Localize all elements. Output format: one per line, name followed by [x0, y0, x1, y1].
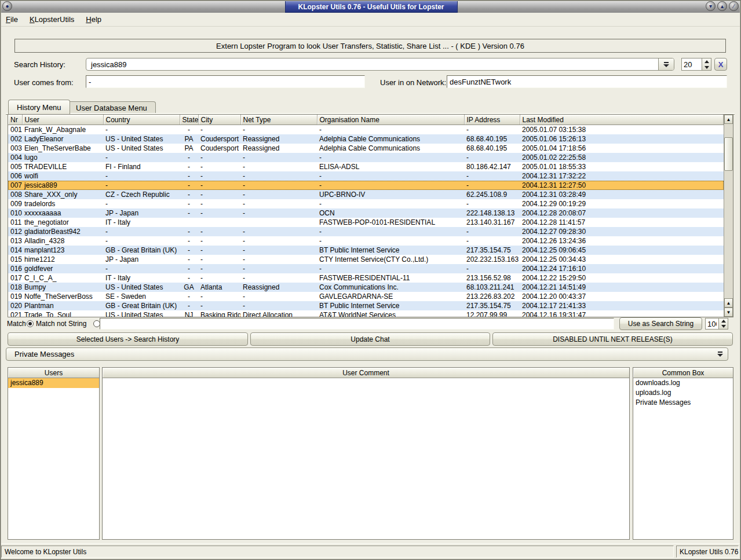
scroll-up-icon: ▲ [727, 117, 731, 122]
maximize-icon: ▴ [721, 3, 724, 9]
users-panel: Users jessica889 [8, 367, 100, 540]
column-header-net-type[interactable]: Net Type [240, 115, 317, 125]
use-as-search-string-button[interactable]: Use as Search String [619, 317, 702, 330]
table-row[interactable]: 012gladiatorBeast942------2004.12.27 09:… [8, 227, 724, 236]
scroll-up-button-bottom[interactable]: ▲ [724, 298, 733, 308]
network-label: User in on Network: [380, 78, 446, 87]
users-list: jessica889 [8, 378, 99, 388]
table-row[interactable]: 013Alladin_4328------2004.12.26 13:24:36 [8, 236, 724, 246]
scrollbar-thumb[interactable] [724, 137, 733, 171]
scroll-up-button[interactable]: ▲ [724, 115, 733, 124]
column-header-city[interactable]: City [198, 115, 240, 125]
column-header-state[interactable]: State [180, 115, 198, 125]
table-row[interactable]: 019Noffe_TheServerBossSE - Sweden---GAVL… [8, 292, 724, 301]
maximize-button[interactable]: ▴ [717, 1, 727, 11]
scroll-up-icon: ▲ [727, 301, 731, 306]
search-history-combo[interactable]: jessica889 [86, 58, 674, 71]
spin-down-icon [721, 325, 726, 328]
column-header-ip-address[interactable]: IP Address [464, 115, 520, 125]
chevron-down-icon [663, 62, 669, 67]
table-row[interactable]: 014manplant123GB - Great Britain (UK)---… [8, 246, 724, 255]
status-app-panel: KLopster Utils 0.76 [676, 546, 739, 558]
menu-item-klopsterutils[interactable]: KLopsterUtils [28, 14, 80, 25]
minimize-button[interactable]: ▾ [706, 1, 716, 11]
column-header-country[interactable]: Country [103, 115, 180, 125]
common-box-list: downloads.loguploads.logPrivate Messages [633, 378, 733, 408]
common-box-item[interactable]: Private Messages [633, 398, 733, 408]
update-chat-button[interactable]: Update Chat [250, 332, 490, 346]
table-row[interactable]: 002LadyEleanorUS - United StatesPACouder… [8, 134, 724, 144]
private-messages-combo[interactable]: Private Messages [6, 347, 728, 361]
status-app-label: KLopster Utils 0.76 [680, 548, 738, 556]
network-input[interactable] [447, 76, 727, 87]
table-row[interactable]: 003Elen_TheServerBabeUS - United StatesP… [8, 144, 724, 153]
window-title: KLopster Utils 0.76 - Useful Utils for L… [285, 1, 458, 13]
column-header-organisation-name[interactable]: Organisation Name [317, 115, 464, 125]
user-comment-panel: User Comment [102, 367, 630, 540]
common-box-header: Common Box [633, 368, 733, 378]
table-row[interactable]: 009tradelords------2004.12.29 00:19:29 [8, 199, 724, 208]
table-scrollbar[interactable]: ▲ ▲ ▼ [724, 115, 733, 317]
table-row[interactable]: 016goldfever------2004.12.24 17:16:10 [8, 264, 724, 273]
menu-item-file[interactable]: File [5, 14, 24, 25]
spin-down-button[interactable] [719, 324, 728, 329]
table-row[interactable]: 011the_negotiatorIT - ItalyFASTWEB-POP-0… [8, 218, 724, 227]
table-row[interactable]: 015hime1212JP - Japan---CTY Internet Ser… [8, 255, 724, 264]
titlebar: ● KLopster Utils 0.76 - Useful Utils for… [0, 0, 741, 13]
table-row[interactable]: 001Frank_W_Abagnale------2005.01.07 03:1… [8, 125, 724, 135]
match-radio[interactable] [27, 320, 34, 327]
disabled-button[interactable]: DISABLED UNTIL NEXT RELEASE(S) [492, 332, 733, 346]
spin-down-button[interactable] [702, 64, 711, 70]
close-button[interactable]: ∕ [729, 1, 739, 11]
column-header-last-modified[interactable]: Last Modified [520, 115, 724, 125]
spin-down-icon [705, 66, 709, 69]
network-field[interactable] [447, 75, 727, 88]
user-comes-from-field[interactable] [86, 75, 365, 88]
history-table: NrUserCountryStateCityNet TypeOrganisati… [8, 114, 733, 317]
search-history-value: jessica889 [86, 60, 658, 69]
search-history-dropdown-button[interactable] [658, 58, 674, 70]
table-row[interactable]: 017C_I_C_A_IT - Italy---FASTWEB-RESIDENT… [8, 273, 724, 283]
match-count-input[interactable] [706, 319, 718, 329]
spin-up-button[interactable] [702, 58, 711, 64]
table-row[interactable]: 004lugo------2005.01.02 22:25:58 [8, 153, 724, 162]
match-count-spinner[interactable] [705, 318, 728, 330]
menubar: FileKLopsterUtilsHelp [0, 13, 741, 27]
table-row[interactable]: 007jessica889------2004.12.31 12:27:50 [8, 181, 724, 190]
column-header-user[interactable]: User [22, 115, 103, 125]
match-string-field[interactable] [100, 318, 614, 330]
selected-users-to-search-history-button[interactable]: Selected Users -> Search History [8, 332, 248, 346]
table-row[interactable]: 006wolfi------2004.12.31 17:32:22 [8, 171, 724, 181]
column-header-nr[interactable]: Nr [8, 115, 22, 125]
tab-history-menu[interactable]: History Menu [8, 100, 70, 114]
match-string-input[interactable] [100, 319, 614, 330]
user-comment-header: User Comment [103, 368, 629, 378]
private-messages-value: Private Messages [6, 350, 713, 358]
common-box-panel: Common Box downloads.loguploads.logPriva… [633, 367, 733, 540]
status-message: Welcome to KLopster Utils [5, 548, 86, 556]
match-label: Match [7, 320, 26, 328]
private-messages-dropdown-button[interactable] [713, 348, 728, 360]
history-table-body: 001Frank_W_Abagnale------2005.01.07 03:1… [8, 125, 724, 318]
table-row[interactable]: 020PlantmanGB - Great Britain (UK)---BT … [8, 301, 724, 310]
menu-item-help[interactable]: Help [85, 14, 107, 25]
table-row[interactable]: 010xxxxxaaaaaJP - Japan---OCN222.148.138… [8, 208, 724, 218]
history-count-input[interactable] [682, 58, 702, 70]
common-box-item[interactable]: uploads.log [633, 388, 733, 398]
table-row[interactable]: 008Share_XXX_onlyCZ - Czech Republic---U… [8, 190, 724, 199]
window-menu-button[interactable]: ● [2, 1, 12, 11]
table-row[interactable]: 021Trade_To_SoulUS - United StatesNJBask… [8, 310, 724, 317]
user-list-item[interactable]: jessica889 [8, 378, 99, 388]
spin-up-button[interactable] [719, 319, 728, 324]
scroll-down-button[interactable]: ▼ [724, 308, 733, 317]
tab-user-database-menu[interactable]: User Database Menu [67, 101, 156, 114]
spin-up-icon [705, 60, 709, 63]
close-icon: ∕ [733, 3, 735, 9]
clear-search-button[interactable]: X [714, 58, 727, 71]
common-box-item[interactable]: downloads.log [633, 378, 733, 388]
history-count-spinner[interactable] [681, 58, 711, 71]
table-row[interactable]: 018BumpyUS - United StatesGAAtlantaReass… [8, 283, 724, 292]
history-table-header-row: NrUserCountryStateCityNet TypeOrganisati… [8, 115, 724, 125]
user-comes-from-input[interactable] [86, 76, 364, 87]
table-row[interactable]: 005TRADEVILLEFI - Finland---ELISA-ADSL80… [8, 162, 724, 171]
